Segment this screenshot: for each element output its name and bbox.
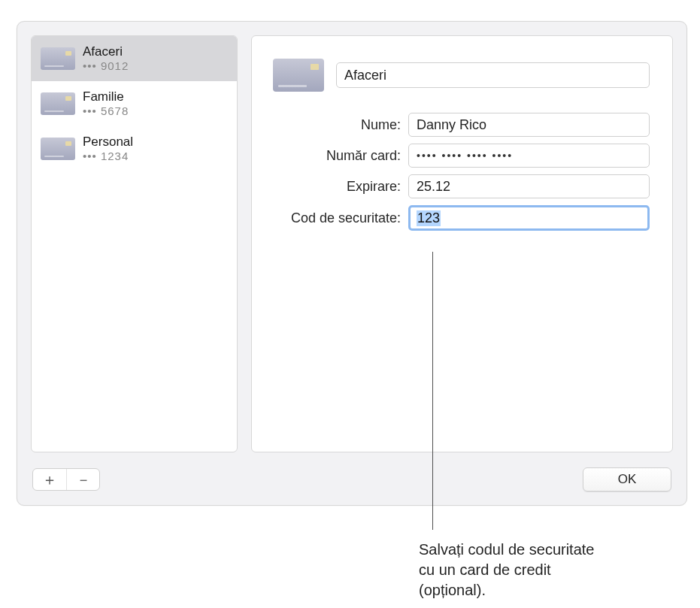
card-item-afaceri[interactable]: Afaceri ••• 9012: [32, 36, 237, 81]
remove-button[interactable]: －: [66, 469, 99, 490]
ok-button[interactable]: OK: [583, 467, 671, 492]
card-item-name: Personal: [83, 134, 133, 150]
plus-icon: ＋: [42, 472, 57, 487]
card-detail-pane: Nume: Număr card: •••• •••• •••• •••• Ex…: [251, 35, 673, 452]
credit-card-icon: [41, 138, 75, 160]
input-expiry[interactable]: [408, 174, 650, 198]
callout-text: Salvați codul de securitate cu un card d…: [419, 540, 611, 600]
card-number-masked: •••• •••• •••• ••••: [417, 150, 513, 162]
label-security-code: Cod de securitate:: [273, 210, 408, 226]
card-item-familie[interactable]: Familie ••• 5678: [32, 81, 237, 126]
row-security-code: Cod de securitate: 123: [273, 205, 650, 231]
card-item-text: Familie ••• 5678: [83, 89, 129, 119]
credit-card-icon: [41, 47, 75, 70]
add-button[interactable]: ＋: [33, 469, 66, 490]
input-card-number[interactable]: •••• •••• •••• ••••: [408, 144, 650, 168]
content-area: Afaceri ••• 9012 Familie ••• 5678 Person…: [17, 22, 686, 460]
cards-sidebar: Afaceri ••• 9012 Familie ••• 5678 Person…: [31, 35, 238, 452]
card-item-mask: ••• 9012: [83, 59, 129, 74]
label-card-number: Număr card:: [273, 148, 408, 164]
card-item-name: Familie: [83, 89, 129, 104]
card-item-mask: ••• 5678: [83, 104, 129, 119]
card-item-text: Afaceri ••• 9012: [83, 44, 129, 74]
card-title-input[interactable]: [336, 62, 650, 88]
callout-leader-line: [432, 252, 433, 530]
security-code-value: 123: [417, 210, 441, 226]
input-security-code[interactable]: 123: [408, 205, 650, 231]
row-card-number: Număr card: •••• •••• •••• ••••: [273, 144, 650, 168]
card-title-row: [273, 59, 650, 92]
card-item-mask: ••• 1234: [83, 150, 133, 164]
credit-cards-window: Afaceri ••• 9012 Familie ••• 5678 Person…: [17, 21, 687, 506]
input-name[interactable]: [408, 113, 650, 137]
credit-card-icon: [41, 92, 75, 115]
bottom-toolbar: ＋ － OK: [17, 460, 686, 505]
card-item-personal[interactable]: Personal ••• 1234: [32, 126, 237, 171]
card-item-text: Personal ••• 1234: [83, 134, 133, 164]
row-expiry: Expirare:: [273, 174, 650, 198]
minus-icon: －: [76, 472, 91, 487]
row-name: Nume:: [273, 113, 650, 137]
label-expiry: Expirare:: [273, 179, 408, 195]
card-item-name: Afaceri: [83, 44, 129, 59]
add-remove-group: ＋ －: [32, 468, 100, 491]
label-name: Nume:: [273, 117, 408, 133]
credit-card-icon: [273, 59, 324, 92]
